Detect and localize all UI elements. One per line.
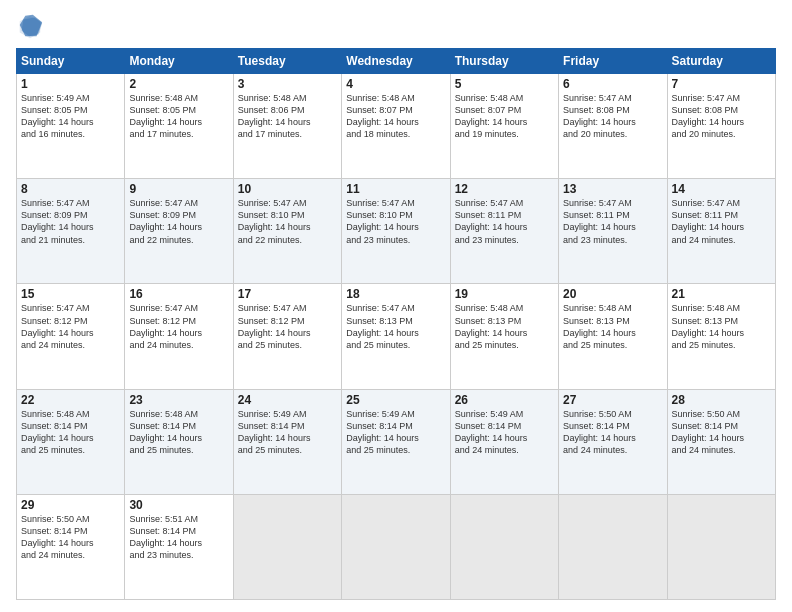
page: SundayMondayTuesdayWednesdayThursdayFrid… <box>0 0 792 612</box>
calendar-cell <box>342 494 450 599</box>
day-number: 2 <box>129 77 228 91</box>
cell-details: Sunrise: 5:47 AM Sunset: 8:08 PM Dayligh… <box>672 92 771 141</box>
cell-details: Sunrise: 5:48 AM Sunset: 8:07 PM Dayligh… <box>346 92 445 141</box>
cell-details: Sunrise: 5:48 AM Sunset: 8:05 PM Dayligh… <box>129 92 228 141</box>
calendar-cell: 6Sunrise: 5:47 AM Sunset: 8:08 PM Daylig… <box>559 74 667 179</box>
calendar-week-4: 22Sunrise: 5:48 AM Sunset: 8:14 PM Dayli… <box>17 389 776 494</box>
calendar-cell: 3Sunrise: 5:48 AM Sunset: 8:06 PM Daylig… <box>233 74 341 179</box>
day-number: 20 <box>563 287 662 301</box>
cell-details: Sunrise: 5:49 AM Sunset: 8:14 PM Dayligh… <box>238 408 337 457</box>
day-number: 30 <box>129 498 228 512</box>
cell-details: Sunrise: 5:47 AM Sunset: 8:09 PM Dayligh… <box>21 197 120 246</box>
calendar-cell: 14Sunrise: 5:47 AM Sunset: 8:11 PM Dayli… <box>667 179 775 284</box>
day-number: 4 <box>346 77 445 91</box>
cell-details: Sunrise: 5:48 AM Sunset: 8:06 PM Dayligh… <box>238 92 337 141</box>
col-header-saturday: Saturday <box>667 49 775 74</box>
day-number: 26 <box>455 393 554 407</box>
calendar-cell: 22Sunrise: 5:48 AM Sunset: 8:14 PM Dayli… <box>17 389 125 494</box>
calendar-cell: 10Sunrise: 5:47 AM Sunset: 8:10 PM Dayli… <box>233 179 341 284</box>
cell-details: Sunrise: 5:48 AM Sunset: 8:07 PM Dayligh… <box>455 92 554 141</box>
col-header-thursday: Thursday <box>450 49 558 74</box>
calendar-cell: 28Sunrise: 5:50 AM Sunset: 8:14 PM Dayli… <box>667 389 775 494</box>
day-number: 29 <box>21 498 120 512</box>
calendar-cell: 29Sunrise: 5:50 AM Sunset: 8:14 PM Dayli… <box>17 494 125 599</box>
day-number: 6 <box>563 77 662 91</box>
day-number: 12 <box>455 182 554 196</box>
col-header-friday: Friday <box>559 49 667 74</box>
day-number: 8 <box>21 182 120 196</box>
calendar-cell <box>667 494 775 599</box>
calendar-cell <box>559 494 667 599</box>
calendar-cell: 4Sunrise: 5:48 AM Sunset: 8:07 PM Daylig… <box>342 74 450 179</box>
cell-details: Sunrise: 5:51 AM Sunset: 8:14 PM Dayligh… <box>129 513 228 562</box>
calendar-cell: 25Sunrise: 5:49 AM Sunset: 8:14 PM Dayli… <box>342 389 450 494</box>
cell-details: Sunrise: 5:47 AM Sunset: 8:11 PM Dayligh… <box>672 197 771 246</box>
day-number: 17 <box>238 287 337 301</box>
calendar-cell: 30Sunrise: 5:51 AM Sunset: 8:14 PM Dayli… <box>125 494 233 599</box>
cell-details: Sunrise: 5:50 AM Sunset: 8:14 PM Dayligh… <box>21 513 120 562</box>
cell-details: Sunrise: 5:47 AM Sunset: 8:12 PM Dayligh… <box>21 302 120 351</box>
cell-details: Sunrise: 5:47 AM Sunset: 8:10 PM Dayligh… <box>346 197 445 246</box>
day-number: 23 <box>129 393 228 407</box>
cell-details: Sunrise: 5:49 AM Sunset: 8:05 PM Dayligh… <box>21 92 120 141</box>
day-number: 19 <box>455 287 554 301</box>
day-number: 7 <box>672 77 771 91</box>
day-number: 13 <box>563 182 662 196</box>
calendar-cell: 7Sunrise: 5:47 AM Sunset: 8:08 PM Daylig… <box>667 74 775 179</box>
header <box>16 12 776 40</box>
logo-icon <box>16 12 44 40</box>
cell-details: Sunrise: 5:47 AM Sunset: 8:12 PM Dayligh… <box>238 302 337 351</box>
calendar-cell: 11Sunrise: 5:47 AM Sunset: 8:10 PM Dayli… <box>342 179 450 284</box>
calendar-cell: 19Sunrise: 5:48 AM Sunset: 8:13 PM Dayli… <box>450 284 558 389</box>
day-number: 5 <box>455 77 554 91</box>
day-number: 18 <box>346 287 445 301</box>
calendar-cell: 2Sunrise: 5:48 AM Sunset: 8:05 PM Daylig… <box>125 74 233 179</box>
cell-details: Sunrise: 5:47 AM Sunset: 8:13 PM Dayligh… <box>346 302 445 351</box>
calendar-cell: 23Sunrise: 5:48 AM Sunset: 8:14 PM Dayli… <box>125 389 233 494</box>
col-header-tuesday: Tuesday <box>233 49 341 74</box>
calendar-cell: 1Sunrise: 5:49 AM Sunset: 8:05 PM Daylig… <box>17 74 125 179</box>
logo <box>16 12 48 40</box>
cell-details: Sunrise: 5:49 AM Sunset: 8:14 PM Dayligh… <box>455 408 554 457</box>
day-number: 27 <box>563 393 662 407</box>
calendar-cell: 5Sunrise: 5:48 AM Sunset: 8:07 PM Daylig… <box>450 74 558 179</box>
cell-details: Sunrise: 5:47 AM Sunset: 8:11 PM Dayligh… <box>455 197 554 246</box>
cell-details: Sunrise: 5:47 AM Sunset: 8:10 PM Dayligh… <box>238 197 337 246</box>
day-number: 11 <box>346 182 445 196</box>
cell-details: Sunrise: 5:47 AM Sunset: 8:12 PM Dayligh… <box>129 302 228 351</box>
cell-details: Sunrise: 5:48 AM Sunset: 8:14 PM Dayligh… <box>21 408 120 457</box>
col-header-monday: Monday <box>125 49 233 74</box>
calendar-cell: 13Sunrise: 5:47 AM Sunset: 8:11 PM Dayli… <box>559 179 667 284</box>
day-number: 24 <box>238 393 337 407</box>
cell-details: Sunrise: 5:49 AM Sunset: 8:14 PM Dayligh… <box>346 408 445 457</box>
day-number: 28 <box>672 393 771 407</box>
day-number: 22 <box>21 393 120 407</box>
col-header-sunday: Sunday <box>17 49 125 74</box>
calendar-cell: 15Sunrise: 5:47 AM Sunset: 8:12 PM Dayli… <box>17 284 125 389</box>
calendar-week-1: 1Sunrise: 5:49 AM Sunset: 8:05 PM Daylig… <box>17 74 776 179</box>
calendar-cell: 20Sunrise: 5:48 AM Sunset: 8:13 PM Dayli… <box>559 284 667 389</box>
calendar-cell: 27Sunrise: 5:50 AM Sunset: 8:14 PM Dayli… <box>559 389 667 494</box>
cell-details: Sunrise: 5:47 AM Sunset: 8:11 PM Dayligh… <box>563 197 662 246</box>
cell-details: Sunrise: 5:50 AM Sunset: 8:14 PM Dayligh… <box>672 408 771 457</box>
calendar-week-5: 29Sunrise: 5:50 AM Sunset: 8:14 PM Dayli… <box>17 494 776 599</box>
calendar-table: SundayMondayTuesdayWednesdayThursdayFrid… <box>16 48 776 600</box>
cell-details: Sunrise: 5:50 AM Sunset: 8:14 PM Dayligh… <box>563 408 662 457</box>
day-number: 15 <box>21 287 120 301</box>
calendar-cell <box>450 494 558 599</box>
cell-details: Sunrise: 5:48 AM Sunset: 8:13 PM Dayligh… <box>455 302 554 351</box>
calendar-cell: 18Sunrise: 5:47 AM Sunset: 8:13 PM Dayli… <box>342 284 450 389</box>
calendar-cell <box>233 494 341 599</box>
day-number: 21 <box>672 287 771 301</box>
day-number: 9 <box>129 182 228 196</box>
calendar-cell: 12Sunrise: 5:47 AM Sunset: 8:11 PM Dayli… <box>450 179 558 284</box>
day-number: 25 <box>346 393 445 407</box>
day-number: 16 <box>129 287 228 301</box>
cell-details: Sunrise: 5:47 AM Sunset: 8:08 PM Dayligh… <box>563 92 662 141</box>
cell-details: Sunrise: 5:47 AM Sunset: 8:09 PM Dayligh… <box>129 197 228 246</box>
calendar-cell: 17Sunrise: 5:47 AM Sunset: 8:12 PM Dayli… <box>233 284 341 389</box>
calendar-cell: 9Sunrise: 5:47 AM Sunset: 8:09 PM Daylig… <box>125 179 233 284</box>
cell-details: Sunrise: 5:48 AM Sunset: 8:14 PM Dayligh… <box>129 408 228 457</box>
calendar-cell: 26Sunrise: 5:49 AM Sunset: 8:14 PM Dayli… <box>450 389 558 494</box>
calendar-cell: 21Sunrise: 5:48 AM Sunset: 8:13 PM Dayli… <box>667 284 775 389</box>
